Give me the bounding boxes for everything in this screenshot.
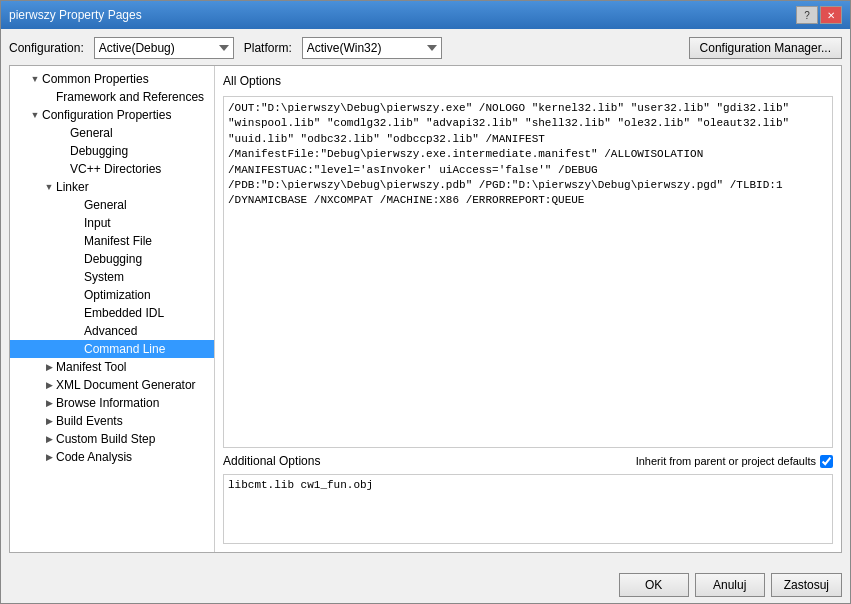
- tree-item-general[interactable]: General: [10, 124, 214, 142]
- main-window: pierwszy Property Pages ? ✕ Configuratio…: [0, 0, 851, 604]
- apply-button[interactable]: Zastosuj: [771, 573, 842, 597]
- expand-icon: ▼: [28, 108, 42, 122]
- tree-item-framework-references[interactable]: Framework and References: [10, 88, 214, 106]
- tree-item-label: Code Analysis: [56, 450, 132, 464]
- tree-item-linker-optimization[interactable]: Optimization: [10, 286, 214, 304]
- tree-item-linker-command-line[interactable]: Command Line: [10, 340, 214, 358]
- tree-scrollbar: [9, 543, 214, 559]
- window-title: pierwszy Property Pages: [9, 8, 142, 22]
- tree-item-label: VC++ Directories: [70, 162, 161, 176]
- additional-options-label: Additional Options: [223, 454, 320, 468]
- tree-item-label: Advanced: [84, 324, 137, 338]
- tree-item-label: Linker: [56, 180, 89, 194]
- inherit-label: Inherit from parent or project defaults: [636, 455, 816, 467]
- tree-item-label: Input: [84, 216, 111, 230]
- tree-item-linker-advanced[interactable]: Advanced: [10, 322, 214, 340]
- body-area: ▼ Common Properties Framework and Refere…: [9, 65, 842, 553]
- tree-item-common-properties[interactable]: ▼ Common Properties: [10, 70, 214, 88]
- configuration-select[interactable]: Active(Debug): [94, 37, 234, 59]
- spacer-icon: [70, 324, 84, 338]
- tree-item-label: Browse Information: [56, 396, 159, 410]
- tree-item-debugging[interactable]: Debugging: [10, 142, 214, 160]
- tree-item-xml-document[interactable]: ▶ XML Document Generator: [10, 376, 214, 394]
- tree-item-label: Manifest Tool: [56, 360, 126, 374]
- tree-item-custom-build-step[interactable]: ▶ Custom Build Step: [10, 430, 214, 448]
- config-row: Configuration: Active(Debug) Platform: A…: [9, 37, 842, 59]
- tree-item-label: Debugging: [84, 252, 142, 266]
- tree-item-label: Debugging: [70, 144, 128, 158]
- all-options-title: All Options: [223, 74, 833, 88]
- tree-item-configuration-properties[interactable]: ▼ Configuration Properties: [10, 106, 214, 124]
- tree-item-browse-info[interactable]: ▶ Browse Information: [10, 394, 214, 412]
- ok-button[interactable]: OK: [619, 573, 689, 597]
- tree-item-vc-directories[interactable]: VC++ Directories: [10, 160, 214, 178]
- spacer-icon: [56, 162, 70, 176]
- tree-item-linker-manifest[interactable]: Manifest File: [10, 232, 214, 250]
- tree-item-label: Common Properties: [42, 72, 149, 86]
- spacer-icon: [56, 126, 70, 140]
- expand-icon: ▼: [28, 72, 42, 86]
- cancel-button[interactable]: Anuluj: [695, 573, 765, 597]
- tree-item-linker-general[interactable]: General: [10, 196, 214, 214]
- tree-item-code-analysis[interactable]: ▶ Code Analysis: [10, 448, 214, 466]
- all-options-textarea[interactable]: [223, 96, 833, 448]
- tree-item-label: Configuration Properties: [42, 108, 171, 122]
- tree-item-label: Custom Build Step: [56, 432, 155, 446]
- tree-item-linker[interactable]: ▼ Linker: [10, 178, 214, 196]
- tree-item-build-events[interactable]: ▶ Build Events: [10, 412, 214, 430]
- tree-panel: ▼ Common Properties Framework and Refere…: [10, 66, 215, 552]
- title-bar: pierwszy Property Pages ? ✕: [1, 1, 850, 29]
- tree-item-linker-system[interactable]: System: [10, 268, 214, 286]
- close-button[interactable]: ✕: [820, 6, 842, 24]
- expand-icon: ▼: [42, 180, 56, 194]
- title-bar-buttons: ? ✕: [796, 6, 842, 24]
- spacer-icon: [70, 342, 84, 356]
- tree-item-label: System: [84, 270, 124, 284]
- tree-item-label: General: [84, 198, 127, 212]
- expand-icon: ▶: [42, 396, 56, 410]
- tree-item-label: Framework and References: [56, 90, 204, 104]
- main-content: Configuration: Active(Debug) Platform: A…: [1, 29, 850, 567]
- spacer-icon: [70, 234, 84, 248]
- tree-item-label: Manifest File: [84, 234, 152, 248]
- spacer-icon: [70, 270, 84, 284]
- tree-item-linker-debugging[interactable]: Debugging: [10, 250, 214, 268]
- configuration-label: Configuration:: [9, 41, 84, 55]
- spacer-icon: [70, 198, 84, 212]
- platform-select[interactable]: Active(Win32): [302, 37, 442, 59]
- expand-icon: ▶: [42, 360, 56, 374]
- additional-row: Additional Options Inherit from parent o…: [223, 454, 833, 468]
- expand-icon: ▶: [42, 414, 56, 428]
- config-manager-button[interactable]: Configuration Manager...: [689, 37, 842, 59]
- right-panel: All Options Additional Options Inherit f…: [215, 66, 841, 552]
- tree-item-linker-input[interactable]: Input: [10, 214, 214, 232]
- tree-item-manifest-tool[interactable]: ▶ Manifest Tool: [10, 358, 214, 376]
- spacer-icon: [70, 288, 84, 302]
- expand-icon: ▶: [42, 378, 56, 392]
- spacer-icon: [70, 252, 84, 266]
- tree-item-label: Build Events: [56, 414, 123, 428]
- tree-item-label: XML Document Generator: [56, 378, 196, 392]
- additional-options-textarea[interactable]: [223, 474, 833, 544]
- tree-item-label: Optimization: [84, 288, 151, 302]
- expand-icon: ▶: [42, 432, 56, 446]
- tree-item-linker-embedded-idl[interactable]: Embedded IDL: [10, 304, 214, 322]
- expand-icon: ▶: [42, 450, 56, 464]
- spacer-icon: [42, 90, 56, 104]
- inherit-row: Inherit from parent or project defaults: [636, 455, 833, 468]
- inherit-checkbox[interactable]: [820, 455, 833, 468]
- spacer-icon: [70, 306, 84, 320]
- tree-item-label: Embedded IDL: [84, 306, 164, 320]
- footer: OK Anuluj Zastosuj: [1, 567, 850, 603]
- tree-item-label: General: [70, 126, 113, 140]
- tree-item-label: Command Line: [84, 342, 165, 356]
- platform-label: Platform:: [244, 41, 292, 55]
- spacer-icon: [70, 216, 84, 230]
- help-button[interactable]: ?: [796, 6, 818, 24]
- spacer-icon: [56, 144, 70, 158]
